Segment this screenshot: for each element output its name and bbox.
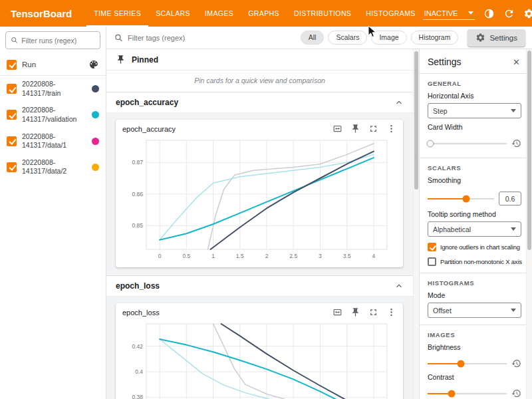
runs-column-label: Run [22, 61, 83, 68]
smoothing-slider[interactable] [428, 198, 494, 200]
brightness-slider[interactable] [428, 363, 507, 364]
settings-section-images: IMAGES Brightness Contrast [420, 325, 527, 399]
run-row-validation[interactable]: 20220808-141317/validation [0, 102, 106, 128]
svg-text:0.42: 0.42 [132, 343, 143, 350]
run-label: 20220808-141317/data/2 [22, 158, 86, 176]
run-checkbox[interactable] [7, 110, 17, 120]
run-checkbox[interactable] [7, 136, 17, 146]
horizontal-axis-label: Horizontal Axis [428, 92, 521, 100]
fit-to-data-icon[interactable] [332, 124, 342, 134]
fit-to-data-icon[interactable] [332, 307, 342, 317]
settings-button[interactable]: Settings [467, 29, 525, 47]
checkbox[interactable] [428, 257, 436, 266]
tab-scalars[interactable]: SCALARS [148, 0, 198, 27]
chip-histogram[interactable]: Histogram [411, 31, 459, 45]
close-icon[interactable]: ✕ [513, 58, 520, 66]
svg-text:0.4: 0.4 [135, 368, 143, 375]
histograms-heading: HISTOGRAMS [428, 279, 521, 287]
settings-panel-title: Settings [428, 57, 462, 67]
theme-toggle-icon[interactable] [483, 8, 495, 19]
svg-text:3: 3 [319, 253, 322, 259]
main-scrollbar[interactable] [413, 49, 419, 399]
tag-filter-input[interactable] [128, 34, 295, 42]
settings-panel-header: Settings ✕ [420, 49, 527, 74]
tab-graphs[interactable]: GRAPHS [241, 0, 287, 27]
tooltip-sorting-value: Alphabetical [433, 225, 471, 233]
search-icon [11, 36, 18, 45]
fullscreen-icon[interactable] [368, 307, 378, 317]
tag-filter-box[interactable] [114, 33, 295, 43]
svg-text:4: 4 [372, 253, 376, 259]
partition-x-axis-checkbox-row[interactable]: Partition non-monotonic X axis [428, 257, 521, 266]
tab-images[interactable]: IMAGES [198, 0, 241, 27]
section-header-epoch-accuracy[interactable]: epoch_accuracy [106, 92, 413, 113]
settings-panel: Settings ✕ GENERAL Horizontal Axis Step … [419, 49, 532, 399]
settings-scrollbar[interactable] [526, 49, 532, 399]
tab-histograms[interactable]: HISTOGRAMS [358, 0, 422, 27]
more-options-icon[interactable] [386, 307, 396, 317]
status-label: INACTIVE [424, 9, 458, 17]
horizontal-axis-select[interactable]: Step [428, 103, 521, 118]
svg-text:0.85: 0.85 [132, 222, 143, 229]
more-options-icon[interactable] [386, 124, 396, 134]
top-bar: TensorBoard TIME SERIES SCALARS IMAGES G… [0, 0, 532, 27]
svg-text:2: 2 [265, 253, 269, 259]
tooltip-sorting-select[interactable]: Alphabetical [428, 221, 521, 237]
tab-distributions[interactable]: DISTRIBUTIONS [287, 0, 358, 27]
reset-icon[interactable] [511, 388, 521, 398]
histogram-mode-select[interactable]: Offset [428, 303, 521, 318]
contrast-slider[interactable] [428, 393, 507, 394]
runs-filter-box[interactable] [5, 31, 100, 49]
run-color-dot [92, 111, 99, 118]
checkbox[interactable] [428, 243, 436, 251]
svg-text:3.5: 3.5 [343, 253, 351, 259]
reset-icon[interactable] [511, 138, 521, 148]
runs-filter-input[interactable] [21, 37, 95, 45]
histogram-mode-value: Offset [433, 307, 452, 315]
horizontal-axis-value: Step [433, 107, 448, 115]
tab-time-series[interactable]: TIME SERIES [86, 0, 148, 27]
images-heading: IMAGES [428, 331, 521, 338]
scalars-heading: SCALARS [428, 164, 521, 172]
run-checkbox[interactable] [7, 162, 17, 172]
pin-icon[interactable] [350, 307, 360, 317]
chevron-up-icon[interactable] [394, 281, 404, 291]
card-header: epoch_loss [122, 307, 396, 317]
smoothing-label: Smoothing [428, 176, 521, 184]
svg-text:0.5: 0.5 [182, 253, 190, 259]
reset-icon[interactable] [511, 358, 521, 368]
settings-section-histograms: HISTOGRAMS Mode Offset [420, 273, 527, 325]
svg-text:0.38: 0.38 [132, 394, 143, 399]
ignore-outliers-checkbox-row[interactable]: Ignore outliers in chart scaling [428, 243, 521, 251]
epoch-loss-chart[interactable]: 00.511.522.533.540.360.380.40.42 [122, 319, 395, 399]
run-row-data-1[interactable]: 20220808-141317/data/1 [0, 128, 106, 154]
section-header-epoch-loss[interactable]: epoch_loss [106, 276, 413, 297]
runs-list-header: Run [0, 54, 106, 76]
palette-icon[interactable] [88, 59, 99, 70]
run-label: 20220808-141317/data/1 [22, 132, 86, 150]
app-title: TensorBoard [0, 8, 86, 19]
refresh-icon[interactable] [503, 8, 515, 19]
run-checkbox[interactable] [7, 84, 17, 94]
card-width-slider[interactable] [428, 143, 507, 144]
run-row-data-2[interactable]: 20220808-141317/data/2 [0, 154, 106, 180]
data-status-dropdown[interactable]: INACTIVE [423, 7, 475, 20]
scrollbar-thumb[interactable] [527, 51, 531, 250]
chevron-up-icon[interactable] [394, 98, 404, 107]
chip-scalars[interactable]: Scalars [328, 31, 367, 45]
epoch-accuracy-chart[interactable]: 00.511.522.533.540.850.860.87 [122, 135, 395, 263]
settings-button-label: Settings [489, 34, 517, 42]
cards-area: Pinned Pin cards for a quick view and co… [106, 49, 413, 399]
gear-icon[interactable] [523, 8, 532, 19]
select-all-runs-checkbox[interactable] [7, 60, 17, 70]
pin-icon[interactable] [350, 124, 360, 134]
chip-all[interactable]: All [301, 31, 325, 45]
nav-tabs: TIME SERIES SCALARS IMAGES GRAPHS DISTRI… [86, 0, 422, 27]
run-row-train[interactable]: 20220808-141317/train [0, 76, 106, 102]
scrollbar-thumb[interactable] [414, 51, 418, 190]
settings-section-scalars: SCALARS Smoothing Tooltip sorting method… [420, 158, 527, 273]
run-label: 20220808-141317/validation [22, 106, 86, 124]
smoothing-value-input[interactable] [499, 192, 521, 205]
chip-image[interactable]: Image [371, 31, 406, 45]
fullscreen-icon[interactable] [368, 124, 378, 134]
